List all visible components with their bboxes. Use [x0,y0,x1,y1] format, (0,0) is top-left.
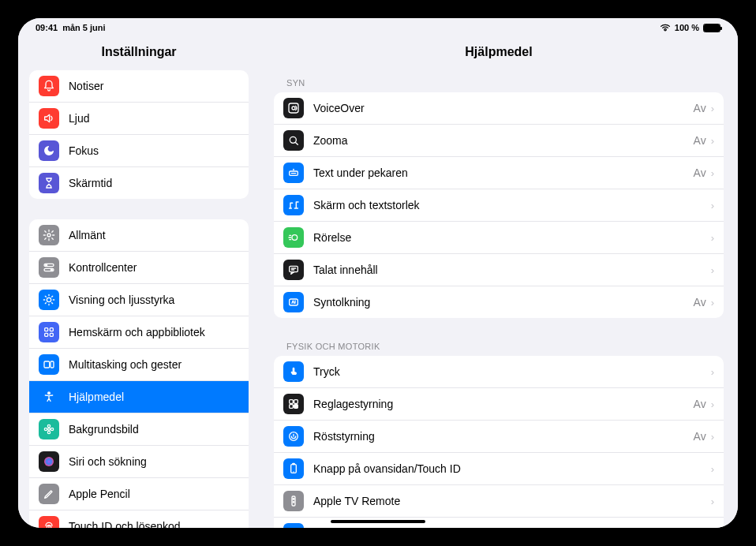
svg-rect-11 [51,361,54,368]
sidebar-item-ljud[interactable]: Ljud [29,103,249,135]
detail-item-sk-rm-och-textstorlek[interactable]: Skärm och textstorlek› [274,189,724,222]
detail-item-knapp-p-ovansidan-touch-id[interactable]: Knapp på ovansidan/Touch ID› [274,453,724,485]
svg-point-14 [47,424,50,427]
svg-point-23 [290,136,296,143]
sidebar-item-label: Skärmtid [69,177,112,189]
hourglass-icon [39,173,59,193]
sidebar-item-bakgrundsbild[interactable]: Bakgrundsbild [29,413,249,446]
detail-item-label: Tryck [313,365,711,378]
chevron-right-icon: › [711,167,714,179]
status-left: 09:41 mån 5 juni [36,23,106,32]
pencil-icon [39,484,59,504]
sidebar-item-label: Multitasking och gester [69,358,182,371]
status-bar: 09:41 mån 5 juni 100 % [18,18,738,37]
bell-icon [39,76,59,96]
svg-point-15 [47,431,50,433]
sidebar-item-siri-och-s-kning[interactable]: Siri och sökning [29,446,249,478]
motion-icon [283,227,304,248]
detail-title: Hjälpmedel [260,37,738,73]
battery-icon [703,24,720,32]
sidebar-item-label: Notiser [69,80,103,92]
sidebar-item-fokus[interactable]: Fokus [29,135,249,167]
detail-item-reglagestyrning[interactable]: ReglagestyrningAv› [274,388,724,421]
flower-icon [39,419,59,439]
detail-item-label: Röststyrning [313,430,694,443]
sidebar-item-notiser[interactable]: Notiser [29,70,249,103]
sidebar-item-apple-pencil[interactable]: Apple Pencil [29,478,249,510]
battery-label: 100 % [675,23,699,32]
detail-item-label: Talat innehåll [313,264,711,276]
hovertext-icon [283,163,304,183]
svg-rect-26 [290,266,298,271]
home-indicator[interactable] [331,520,425,523]
sidebar-item-allm-nt[interactable]: Allmänt [29,219,249,252]
status-right: 100 % [660,23,720,32]
detail-item-label: VoiceOver [313,102,694,114]
svg-point-4 [51,269,52,271]
svg-rect-29 [294,400,298,404]
sidebar-item-touch-id-och-l-senkod[interactable]: Touch ID och lösenkod [29,510,249,528]
chevron-right-icon: › [711,398,714,410]
svg-rect-6 [45,328,48,331]
detail-item-talat-inneh-ll[interactable]: Talat innehåll› [274,254,724,286]
svg-point-17 [51,428,53,430]
sidebar-group: NotiserLjudFokusSkärmtid [29,70,249,199]
chevron-right-icon: › [711,103,714,114]
detail-item-value: Av [694,430,706,443]
sidebar-item-label: Allmänt [69,229,106,241]
detail-item-label: Text under pekaren [313,166,694,179]
detail-item-zooma[interactable]: ZoomaAv› [274,125,724,157]
screen: 09:41 mån 5 juni 100 % Inställningar Not… [18,18,738,528]
detail-item-value: Av [694,296,706,309]
svg-point-16 [44,428,47,430]
switchcontrol-icon [283,394,304,414]
accessibility-icon [39,387,59,407]
sidebar-item-multitasking-och-gester[interactable]: Multitasking och gester [29,349,249,381]
detail-item-voiceover[interactable]: VoiceOverAv› [274,92,724,125]
detail-item-label: Pekarstyrning [313,527,711,528]
svg-rect-7 [50,328,53,331]
voicecontrol-icon [283,426,304,447]
detail-item-label: Zooma [313,134,694,147]
svg-rect-10 [44,361,50,368]
sidebar-item-hj-lpmedel[interactable]: Hjälpmedel [29,381,249,413]
section-header: SYN [274,73,724,92]
sidebar-item-kontrollcenter[interactable]: Kontrollcenter [29,252,249,284]
detail-item-text-under-pekaren[interactable]: Text under pekarenAv› [274,157,724,189]
sidebar-item-hemsk-rm-och-appbibliotek[interactable]: Hemskärm och appbibliotek [29,316,249,349]
sidebar-item-label: Touch ID och lösenkod [69,520,181,528]
detail-item-value: Av [694,102,706,114]
svg-rect-9 [50,333,53,336]
detail-panel[interactable]: Hjälpmedel SYNVoiceOverAv›ZoomaAv›Text u… [260,37,738,528]
detail-item-tryck[interactable]: Tryck› [274,356,724,388]
sidebar-item-label: Ljud [69,112,89,125]
section-group: VoiceOverAv›ZoomaAv›Text under pekarenAv… [274,92,724,318]
sidebar-item-visning-och-ljusstyrka[interactable]: Visning och ljusstyrka [29,284,249,316]
svg-point-2 [46,264,47,266]
topbutton-icon [283,458,304,479]
settings-sidebar[interactable]: Inställningar NotiserLjudFokusSkärmtidAl… [18,37,260,528]
audiodesc-icon [283,292,304,312]
detail-item-syntolkning[interactable]: SyntolkningAv› [274,286,724,318]
detail-item-r-relse[interactable]: Rörelse› [274,222,724,254]
sidebar-item-sk-rmtid[interactable]: Skärmtid [29,167,249,199]
chevron-right-icon: › [711,463,714,475]
detail-item-label: Skärm och textstorlek [313,199,711,211]
svg-point-12 [48,392,51,395]
voiceover-icon [283,98,304,118]
status-date: mån 5 juni [62,23,105,32]
svg-point-13 [48,428,51,431]
detail-item-value: Av [694,134,706,147]
chevron-right-icon: › [711,297,714,309]
sidebar-title: Inställningar [18,37,260,70]
sidebar-item-label: Kontrollcenter [69,261,137,274]
content-area: Inställningar NotiserLjudFokusSkärmtidAl… [18,37,738,528]
detail-item-apple-tv-remote[interactable]: Apple TV Remote› [274,485,724,518]
svg-point-0 [47,234,51,237]
chevron-right-icon: › [711,135,714,147]
fingerprint-icon [39,516,59,528]
svg-point-25 [292,235,298,241]
section-header: FYSIK OCH MOTORIK [274,337,724,356]
svg-rect-34 [293,463,295,464]
detail-item-r-ststyrning[interactable]: RöststyrningAv› [274,421,724,453]
